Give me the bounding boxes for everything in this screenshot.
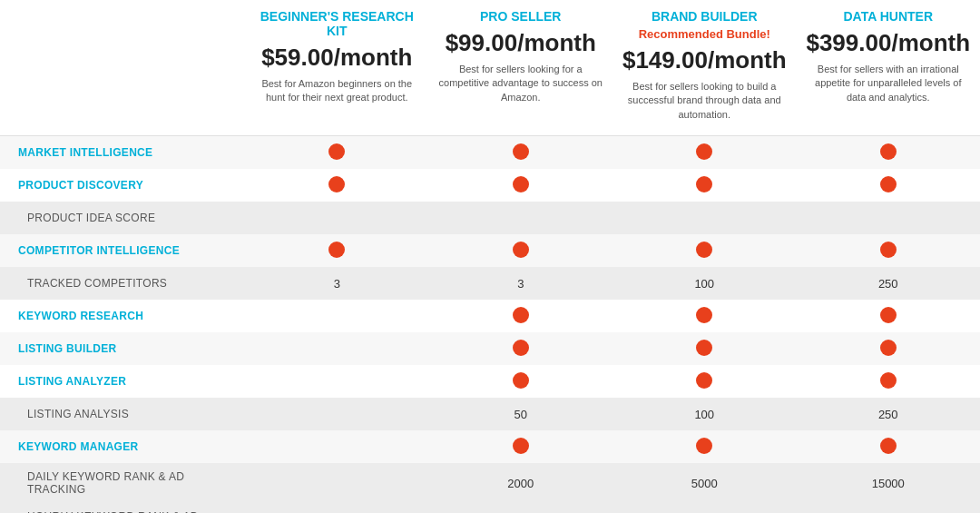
feature-cell-5-3	[797, 301, 981, 331]
feature-row-7: LISTING ANALYZER	[0, 365, 980, 398]
dot-icon-6-3	[880, 340, 897, 356]
plan-name-3: DATA HUNTER	[806, 9, 972, 24]
feature-cell-9-2	[612, 432, 797, 462]
plan-header-1: PRO SELLER$99.00/monthBest for sellers l…	[429, 9, 613, 122]
feature-cell-8-2: 100	[612, 402, 797, 427]
feature-cell-6-2	[612, 334, 797, 364]
feature-cell-4-0: 3	[245, 271, 429, 296]
plan-desc-0: Best for Amazon beginners on the hunt fo…	[254, 77, 420, 105]
recommended-badge-2: Recommended Bundle!	[622, 27, 788, 41]
feature-cell-2-1	[429, 212, 613, 223]
feature-cell-7-1	[429, 367, 613, 397]
plan-header-3: DATA HUNTER$399.00/monthBest for sellers…	[797, 9, 981, 122]
plan-name-1: PRO SELLER	[438, 9, 604, 24]
feature-cell-6-3	[797, 334, 981, 364]
feature-cell-5-0	[245, 311, 429, 321]
feature-cell-6-0	[245, 343, 429, 354]
plan-header-0: BEGINNER'S RESEARCH KIT$59.00/monthBest …	[245, 9, 429, 122]
dot-icon-6-1	[513, 340, 529, 356]
feature-table: MARKET INTELLIGENCEPRODUCT DISCOVERYPROD…	[0, 136, 980, 513]
feature-label-4: TRACKED COMPETITORS	[0, 270, 245, 297]
feature-cell-7-0	[245, 376, 429, 387]
dot-icon-6-2	[696, 340, 712, 356]
feature-label-1: PRODUCT DISCOVERY	[0, 172, 245, 199]
dot-icon-3-2	[696, 242, 712, 258]
feature-cell-1-1	[429, 171, 613, 201]
feature-cell-0-1	[429, 138, 613, 168]
dot-icon-9-1	[513, 438, 529, 454]
dot-icon-5-2	[696, 307, 712, 323]
feature-label-6: LISTING BUILDER	[0, 335, 245, 362]
dot-icon-5-3	[880, 307, 897, 323]
feature-label-9: KEYWORD MANAGER	[0, 433, 245, 460]
feature-label-0: MARKET INTELLIGENCE	[0, 139, 245, 166]
plan-price-1: $99.00/month	[438, 29, 604, 57]
feature-label-11: HOURLY KEYWORD RANK & AD TRACKING	[0, 503, 245, 513]
feature-cell-5-2	[612, 301, 797, 331]
feature-cell-4-2: 100	[612, 271, 797, 296]
plan-price-2: $149.00/month	[622, 46, 788, 74]
plan-desc-3: Best for sellers with an irrational appe…	[806, 63, 972, 104]
feature-row-2: PRODUCT IDEA SCORE	[0, 202, 980, 234]
feature-cell-9-3	[797, 432, 981, 462]
feature-cell-10-0	[245, 478, 429, 488]
feature-row-9: KEYWORD MANAGER	[0, 430, 980, 463]
feature-cell-7-3	[797, 367, 981, 397]
feature-row-3: COMPETITOR INTELLIGENCE	[0, 234, 980, 267]
feature-cell-2-0	[245, 212, 429, 223]
dot-icon-1-2	[696, 176, 712, 192]
feature-row-5: KEYWORD RESEARCH	[0, 300, 980, 332]
feature-cell-3-3	[797, 236, 981, 266]
feature-row-6: LISTING BUILDER	[0, 332, 980, 365]
dot-icon-1-3	[880, 176, 897, 192]
dot-icon-0-1	[513, 143, 529, 160]
feature-cell-10-1: 2000	[429, 471, 613, 496]
feature-cell-1-2	[612, 171, 797, 201]
dot-icon-7-1	[513, 372, 529, 389]
feature-label-3: COMPETITOR INTELLIGENCE	[0, 237, 245, 264]
feature-cell-2-3	[797, 212, 981, 223]
feature-label-10: DAILY KEYWORD RANK & AD TRACKING	[0, 463, 245, 503]
feature-row-0: MARKET INTELLIGENCE	[0, 136, 980, 169]
dot-icon-0-0	[328, 143, 345, 160]
feature-cell-1-0	[245, 171, 429, 201]
feature-cell-1-3	[797, 171, 981, 201]
plan-price-0: $59.00/month	[254, 44, 420, 72]
dot-icon-3-0	[328, 242, 345, 258]
feature-cell-3-2	[612, 236, 797, 266]
dot-icon-7-3	[880, 372, 897, 389]
feature-label-7: LISTING ANALYZER	[0, 368, 245, 395]
feature-label-8: LISTING ANALYSIS	[0, 400, 245, 428]
feature-row-8: LISTING ANALYSIS50100250	[0, 398, 980, 430]
plan-name-0: BEGINNER'S RESEARCH KIT	[254, 9, 420, 38]
dot-icon-7-2	[696, 372, 712, 389]
plan-name-2: BRAND BUILDER	[622, 9, 788, 24]
feature-cell-3-0	[245, 236, 429, 266]
feature-row-10: DAILY KEYWORD RANK & AD TRACKING20005000…	[0, 463, 980, 503]
feature-cell-4-1: 3	[429, 271, 613, 296]
feature-label-2: PRODUCT IDEA SCORE	[0, 204, 245, 232]
feature-cell-0-2	[612, 138, 797, 168]
plan-price-3: $399.00/month	[806, 29, 972, 57]
dot-icon-5-1	[513, 307, 529, 323]
feature-cell-10-2: 5000	[612, 471, 797, 496]
feature-cell-8-1: 50	[429, 402, 613, 427]
dot-icon-3-1	[513, 242, 529, 258]
feature-cell-9-0	[245, 441, 429, 452]
plan-header: BEGINNER'S RESEARCH KIT$59.00/monthBest …	[0, 9, 980, 136]
dot-icon-9-2	[696, 438, 712, 454]
pricing-page: BEGINNER'S RESEARCH KIT$59.00/monthBest …	[0, 0, 980, 513]
feature-row-4: TRACKED COMPETITORS33100250	[0, 267, 980, 300]
dot-icon-9-3	[880, 438, 897, 454]
feature-cell-0-0	[245, 138, 429, 168]
plan-header-2: BRAND BUILDERRecommended Bundle!$149.00/…	[612, 9, 797, 122]
plan-desc-2: Best for sellers looking to build a succ…	[622, 80, 788, 122]
feature-cell-6-1	[429, 334, 613, 364]
dot-icon-3-3	[880, 242, 897, 258]
feature-cell-7-2	[612, 367, 797, 397]
dot-icon-0-2	[696, 143, 712, 160]
feature-row-1: PRODUCT DISCOVERY	[0, 169, 980, 202]
feature-cell-10-3: 15000	[797, 471, 981, 496]
feature-cell-8-3: 250	[797, 402, 981, 427]
feature-cell-9-1	[429, 432, 613, 462]
